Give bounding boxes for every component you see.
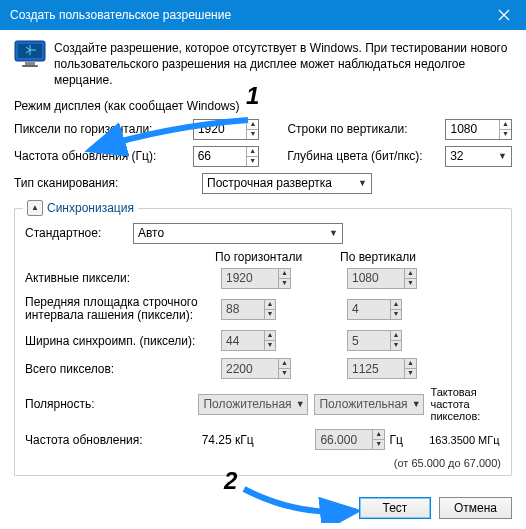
sync-group: ▲ Синхронизация Стандартное: Авто ▼ По г… (14, 208, 512, 477)
window-title: Создать пользовательское разрешение (10, 8, 231, 22)
cancel-button[interactable]: Отмена (439, 497, 512, 519)
spinner-icon[interactable]: ▲▼ (246, 147, 258, 166)
hpixels-input[interactable]: ▲▼ (193, 119, 260, 140)
col-horizontal-label: По горизонтали (215, 250, 340, 264)
active-v-input: ▲▼ (347, 268, 417, 289)
porch-h-input: ▲▼ (221, 299, 276, 320)
svg-rect-3 (22, 65, 38, 67)
chevron-down-icon: ▼ (329, 228, 338, 238)
display-mode-label: Режим дисплея (как сообщает Windows) (14, 99, 512, 113)
depth-select[interactable]: 32 ▼ (445, 146, 512, 167)
scan-select[interactable]: Построчная развертка ▼ (202, 173, 372, 194)
vlines-input[interactable]: ▲▼ (445, 119, 512, 140)
pixelclock-value: 163.3500 МГц (429, 434, 501, 446)
front-porch-label: Передняя площадка строчного интервала га… (25, 296, 215, 324)
refresh-input[interactable]: ▲▼ (193, 146, 259, 167)
hpixels-label: Пиксели по горизонтали: (14, 122, 185, 136)
close-button[interactable] (481, 0, 526, 30)
intro-text: Создайте разрешение, которое отсутствует… (54, 40, 512, 89)
titlebar: Создать пользовательское разрешение (0, 0, 526, 30)
hfreq-value: 74.25 кГц (202, 433, 310, 447)
vfreq-input: ▲▼ (315, 429, 385, 450)
chevron-down-icon: ▼ (498, 151, 507, 161)
refresh-label: Частота обновления (Гц): (14, 149, 185, 163)
vfreq-range: (от 65.000 до 67.000) (25, 457, 501, 469)
total-pixels-label: Всего пикселов: (25, 362, 215, 376)
syncw-v-input: ▲▼ (347, 330, 402, 351)
syncw-h-input: ▲▼ (221, 330, 276, 351)
hfreq-label: Частота обновления: (25, 433, 196, 447)
polarity-v-select: Положительная▼ (314, 394, 424, 415)
hz-label: Гц (389, 433, 402, 447)
test-button[interactable]: Тест (359, 497, 431, 519)
svg-rect-2 (25, 62, 35, 65)
chevron-down-icon: ▼ (358, 178, 367, 188)
vlines-label: Строки по вертикали: (287, 122, 437, 136)
porch-v-input: ▲▼ (347, 299, 402, 320)
active-h-input: ▲▼ (221, 268, 291, 289)
active-pixels-label: Активные пиксели: (25, 271, 215, 285)
total-h-input: ▲▼ (221, 358, 291, 379)
polarity-label: Полярность: (25, 397, 192, 411)
total-v-input: ▲▼ (347, 358, 417, 379)
arrow-2-icon (238, 481, 368, 523)
scan-label: Тип сканирования: (14, 176, 194, 190)
polarity-h-select: Положительная▼ (198, 394, 308, 415)
spinner-icon[interactable]: ▲▼ (499, 120, 511, 139)
sync-width-label: Ширина синхроимп. (пиксели): (25, 334, 215, 348)
spinner-icon[interactable]: ▲▼ (246, 120, 258, 139)
standard-select[interactable]: Авто ▼ (133, 223, 343, 244)
depth-label: Глубина цвета (бит/пкс): (287, 149, 437, 163)
close-icon (498, 9, 510, 21)
monitor-icon (14, 40, 46, 68)
standard-label: Стандартное: (25, 226, 125, 240)
sync-title: Синхронизация (47, 201, 134, 215)
pixelclock-label: Тактовая частота пикселов: (430, 386, 501, 422)
col-vertical-label: По вертикали (340, 250, 465, 264)
collapse-toggle[interactable]: ▲ (27, 200, 43, 216)
